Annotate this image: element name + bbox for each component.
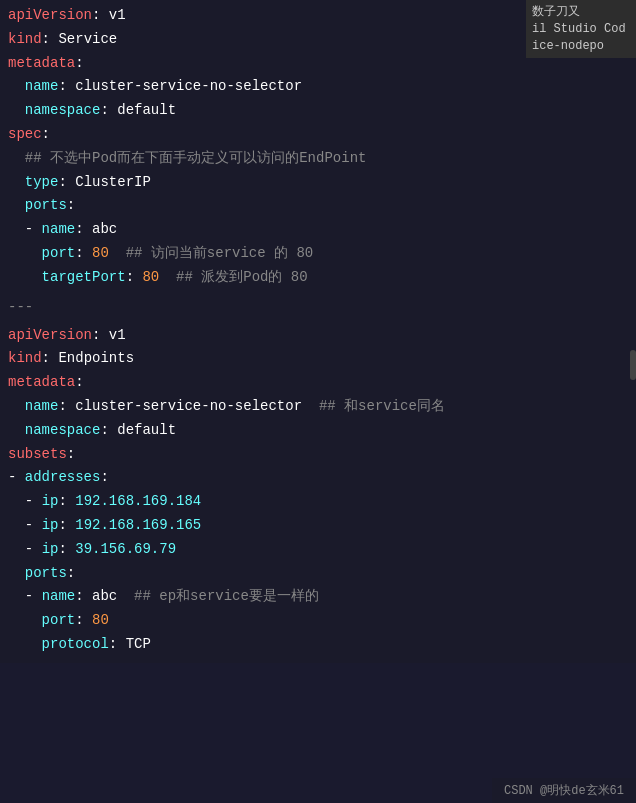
key-namespace-1: namespace bbox=[25, 99, 101, 123]
line-metadata-2: metadata: bbox=[0, 371, 636, 395]
val-ip-1: 192.168.169.184 bbox=[75, 490, 201, 514]
key-apiversion-1: apiVersion bbox=[8, 4, 92, 28]
comment-port-1: ## 访问当前service 的 80 bbox=[126, 242, 314, 266]
key-ports-1: ports bbox=[25, 194, 67, 218]
line-type: type: ClusterIP bbox=[0, 171, 636, 195]
key-ip-1: ip bbox=[42, 490, 59, 514]
key-ports-2: ports bbox=[25, 562, 67, 586]
key-name-1: name bbox=[25, 75, 59, 99]
top-right-overlay: 数子刀又 il Studio Cod ice-nodepo bbox=[526, 0, 636, 58]
line-namespace-2: namespace: default bbox=[0, 419, 636, 443]
line-ip-3: - ip: 39.156.69.79 bbox=[0, 538, 636, 562]
line-dash-addresses: - addresses: bbox=[0, 466, 636, 490]
comment-name-2: ## 和service同名 bbox=[319, 395, 445, 419]
key-kind-1: kind bbox=[8, 28, 42, 52]
line-port-2: port: 80 bbox=[0, 609, 636, 633]
val-ip-2: 192.168.169.165 bbox=[75, 514, 201, 538]
key-apiversion-2: apiVersion bbox=[8, 324, 92, 348]
comment-targetport: ## 派发到Pod的 80 bbox=[176, 266, 308, 290]
line-dash-name-1: - name: abc bbox=[0, 218, 636, 242]
line-comment-endpoint: ## 不选中Pod而在下面手动定义可以访问的EndPoint bbox=[0, 147, 636, 171]
key-subsets: subsets bbox=[8, 443, 67, 467]
key-kind-2: kind bbox=[8, 347, 42, 371]
key-addresses: addresses bbox=[25, 466, 101, 490]
footer-text: CSDN @明快de玄米61 bbox=[504, 784, 624, 798]
line-targetport: targetPort: 80 ## 派发到Pod的 80 bbox=[0, 266, 636, 290]
vertical-scrollbar[interactable] bbox=[630, 350, 636, 380]
val-port-2: 80 bbox=[92, 609, 109, 633]
key-protocol: protocol bbox=[42, 633, 109, 657]
line-ip-2: - ip: 192.168.169.165 bbox=[0, 514, 636, 538]
line-apiversion-2: apiVersion: v1 bbox=[0, 324, 636, 348]
key-targetport: targetPort bbox=[42, 266, 126, 290]
line-namespace-1: namespace: default bbox=[0, 99, 636, 123]
key-dash-name-2: name bbox=[42, 585, 76, 609]
key-dash-name-1: name bbox=[42, 218, 76, 242]
overlay-line-3: ice-nodepo bbox=[532, 38, 630, 55]
key-ip-3: ip bbox=[42, 538, 59, 562]
comment-ep-service: ## ep和service要是一样的 bbox=[134, 585, 319, 609]
yaml-separator: --- bbox=[0, 296, 636, 318]
comment-endpoint: ## 不选中Pod而在下面手动定义可以访问的EndPoint bbox=[25, 147, 367, 171]
line-kind-2: kind: Endpoints bbox=[0, 347, 636, 371]
overlay-line-1: 数子刀又 bbox=[532, 4, 630, 21]
val-protocol: TCP bbox=[126, 633, 151, 657]
footer-bar: CSDN @明快de玄米61 bbox=[492, 778, 636, 803]
key-metadata-1: metadata bbox=[8, 52, 75, 76]
key-name-2: name bbox=[25, 395, 59, 419]
line-port-1: port: 80 ## 访问当前service 的 80 bbox=[0, 242, 636, 266]
key-metadata-2: metadata bbox=[8, 371, 75, 395]
val-ip-3: 39.156.69.79 bbox=[75, 538, 176, 562]
line-ip-1: - ip: 192.168.169.184 bbox=[0, 490, 636, 514]
line-spec: spec: bbox=[0, 123, 636, 147]
line-dash-name-2: - name: abc ## ep和service要是一样的 bbox=[0, 585, 636, 609]
line-name-1: name: cluster-service-no-selector bbox=[0, 75, 636, 99]
line-name-2: name: cluster-service-no-selector ## 和se… bbox=[0, 395, 636, 419]
editor-area: 数子刀又 il Studio Cod ice-nodepo apiVersion… bbox=[0, 0, 636, 803]
line-ports-2: ports: bbox=[0, 562, 636, 586]
key-port-1: port bbox=[42, 242, 76, 266]
key-ip-2: ip bbox=[42, 514, 59, 538]
line-subsets: subsets: bbox=[0, 443, 636, 467]
code-block-2: apiVersion: v1 kind: Endpoints metadata:… bbox=[0, 318, 636, 663]
line-ports-1: ports: bbox=[0, 194, 636, 218]
key-namespace-2: namespace bbox=[25, 419, 101, 443]
key-port-2: port bbox=[42, 609, 76, 633]
key-spec: spec bbox=[8, 123, 42, 147]
line-protocol: protocol: TCP bbox=[0, 633, 636, 657]
key-type: type bbox=[25, 171, 59, 195]
overlay-line-2: il Studio Cod bbox=[532, 21, 630, 38]
